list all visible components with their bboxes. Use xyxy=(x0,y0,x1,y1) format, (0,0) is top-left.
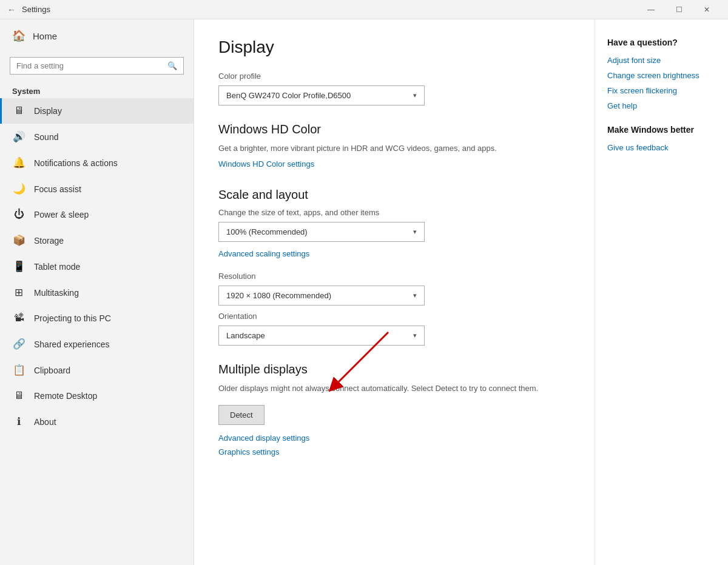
search-box: 🔍 xyxy=(10,57,184,75)
shared-icon: 🔗 xyxy=(12,338,25,350)
titlebar-title: Settings xyxy=(22,5,637,14)
sidebar-item-label-focus: Focus assist xyxy=(34,184,81,194)
graphics-settings-link[interactable]: Graphics settings xyxy=(218,447,279,456)
advanced-scaling-link[interactable]: Advanced scaling settings xyxy=(218,249,309,258)
scale-dropdown[interactable]: 100% (Recommended) ▾ xyxy=(218,222,425,242)
sidebar-item-label-clipboard: Clipboard xyxy=(34,366,70,375)
sidebar-item-multitasking[interactable]: ⊞Multitasking xyxy=(0,279,194,306)
color-profile-value: BenQ GW2470 Color Profile,D6500 xyxy=(226,91,351,100)
right-panel: Have a question? Adjust font sizeChange … xyxy=(595,19,728,565)
scale-layout-title: Scale and layout xyxy=(218,188,570,202)
sidebar-item-projecting[interactable]: 📽Projecting to this PC xyxy=(0,306,194,331)
focus-icon: 🌙 xyxy=(12,182,25,195)
multiple-displays-section: Multiple displays Older displays might n… xyxy=(218,363,570,461)
sidebar-item-label-notifications: Notifications & actions xyxy=(34,158,118,168)
sidebar-item-label-remote: Remote Desktop xyxy=(34,391,97,401)
multitasking-icon: ⊞ xyxy=(12,286,25,299)
sidebar-item-focus[interactable]: 🌙Focus assist xyxy=(0,176,194,202)
resolution-arrow: ▾ xyxy=(413,292,417,299)
power-icon: ⏻ xyxy=(12,209,25,221)
right-link-change-screen-brightness[interactable]: Change screen brightness xyxy=(607,71,716,80)
sidebar-item-display[interactable]: 🖥Display xyxy=(0,98,194,124)
notifications-icon: 🔔 xyxy=(12,156,25,169)
color-profile-section: Color profile BenQ GW2470 Color Profile,… xyxy=(218,72,570,105)
close-button[interactable]: ✕ xyxy=(693,0,721,19)
tablet-icon: 📱 xyxy=(12,260,25,273)
search-input[interactable] xyxy=(16,61,167,70)
sidebar-item-tablet[interactable]: 📱Tablet mode xyxy=(0,253,194,279)
windows-hd-color-section: Windows HD Color Get a brighter, more vi… xyxy=(218,122,570,171)
sidebar-item-label-shared: Shared experiences xyxy=(34,339,110,349)
sidebar-item-remote[interactable]: 🖥Remote Desktop xyxy=(0,383,194,409)
scale-value: 100% (Recommended) xyxy=(226,227,308,236)
minimize-button[interactable]: — xyxy=(637,0,665,19)
sidebar-item-label-storage: Storage xyxy=(34,236,64,246)
remote-icon: 🖥 xyxy=(12,390,25,402)
resolution-label: Resolution xyxy=(218,272,570,281)
sidebar-item-about[interactable]: ℹAbout xyxy=(0,409,194,435)
sidebar-item-label-about: About xyxy=(34,417,56,427)
scale-arrow: ▾ xyxy=(413,228,417,236)
advanced-display-link[interactable]: Advanced display settings xyxy=(218,433,309,443)
scale-change-label: Change the size of text, apps, and other… xyxy=(218,208,570,217)
window-controls: — ☐ ✕ xyxy=(637,0,721,19)
sidebar-item-label-sound: Sound xyxy=(34,132,58,142)
feedback-link-give-us-feedback[interactable]: Give us feedback xyxy=(607,143,716,152)
right-link-get-help[interactable]: Get help xyxy=(607,101,716,110)
sidebar-item-label-projecting: Projecting to this PC xyxy=(34,313,111,323)
sidebar-item-label-tablet: Tablet mode xyxy=(34,262,80,272)
color-profile-dropdown[interactable]: BenQ GW2470 Color Profile,D6500 ▾ xyxy=(218,85,425,105)
sidebar-item-label-display: Display xyxy=(34,106,62,116)
content-inner: Display Color profile BenQ GW2470 Color … xyxy=(218,38,570,460)
feedback-title: Make Windows better xyxy=(607,125,716,135)
multiple-displays-desc: Older displays might not always connect … xyxy=(218,383,570,395)
color-profile-label: Color profile xyxy=(218,72,570,81)
orientation-dropdown[interactable]: Landscape ▾ xyxy=(218,326,425,346)
resolution-dropdown[interactable]: 1920 × 1080 (Recommended) ▾ xyxy=(218,286,425,306)
orientation-label: Orientation xyxy=(218,312,570,321)
detect-button[interactable]: Detect xyxy=(218,405,265,425)
page-title: Display xyxy=(218,38,570,57)
windows-hd-color-desc: Get a brighter, more vibrant picture in … xyxy=(218,142,570,155)
right-link-adjust-font-size[interactable]: Adjust font size xyxy=(607,56,716,65)
content-area: Display Color profile BenQ GW2470 Color … xyxy=(194,19,595,565)
clipboard-icon: 📋 xyxy=(12,364,25,376)
maximize-button[interactable]: ☐ xyxy=(665,0,693,19)
color-profile-arrow: ▾ xyxy=(413,92,417,99)
back-button[interactable]: ← xyxy=(7,5,16,15)
sidebar-item-label-multitasking: Multitasking xyxy=(34,288,79,298)
make-windows-better-section: Make Windows better Give us feedback xyxy=(607,125,716,152)
sidebar-items-container: 🖥Display🔊Sound🔔Notifications & actions🌙F… xyxy=(0,98,194,435)
home-icon: 🏠 xyxy=(12,29,25,42)
sidebar-home[interactable]: 🏠 Home xyxy=(0,19,194,52)
home-label: Home xyxy=(33,31,57,41)
right-link-fix-screen-flickering[interactable]: Fix screen flickering xyxy=(607,86,716,95)
main-layout: 🏠 Home 🔍 System 🖥Display🔊Sound🔔Notificat… xyxy=(0,19,728,565)
sidebar-item-label-power: Power & sleep xyxy=(34,210,89,219)
sidebar-item-storage[interactable]: 📦Storage xyxy=(0,227,194,253)
orientation-value: Landscape xyxy=(226,331,265,340)
windows-hd-color-link[interactable]: Windows HD Color settings xyxy=(218,159,314,169)
sidebar-item-power[interactable]: ⏻Power & sleep xyxy=(0,202,194,227)
sidebar: 🏠 Home 🔍 System 🖥Display🔊Sound🔔Notificat… xyxy=(0,19,194,565)
scale-layout-section: Scale and layout Change the size of text… xyxy=(218,188,570,346)
search-icon: 🔍 xyxy=(167,61,177,70)
have-question-title: Have a question? xyxy=(607,38,716,47)
feedback-links-container: Give us feedback xyxy=(607,143,716,152)
sidebar-item-shared[interactable]: 🔗Shared experiences xyxy=(0,331,194,357)
sidebar-item-clipboard[interactable]: 📋Clipboard xyxy=(0,357,194,383)
sidebar-item-sound[interactable]: 🔊Sound xyxy=(0,124,194,150)
resolution-value: 1920 × 1080 (Recommended) xyxy=(226,291,331,300)
multiple-displays-title: Multiple displays xyxy=(218,363,570,376)
projecting-icon: 📽 xyxy=(12,312,25,324)
right-links-container: Adjust font sizeChange screen brightness… xyxy=(607,56,716,110)
sound-icon: 🔊 xyxy=(12,130,25,143)
storage-icon: 📦 xyxy=(12,234,25,247)
windows-hd-color-title: Windows HD Color xyxy=(218,122,570,136)
about-icon: ℹ xyxy=(12,415,25,428)
sidebar-item-notifications[interactable]: 🔔Notifications & actions xyxy=(0,150,194,176)
titlebar: ← Settings — ☐ ✕ xyxy=(0,0,728,19)
sidebar-section-label: System xyxy=(0,82,194,98)
display-icon: 🖥 xyxy=(12,105,25,117)
orientation-arrow: ▾ xyxy=(413,332,417,339)
